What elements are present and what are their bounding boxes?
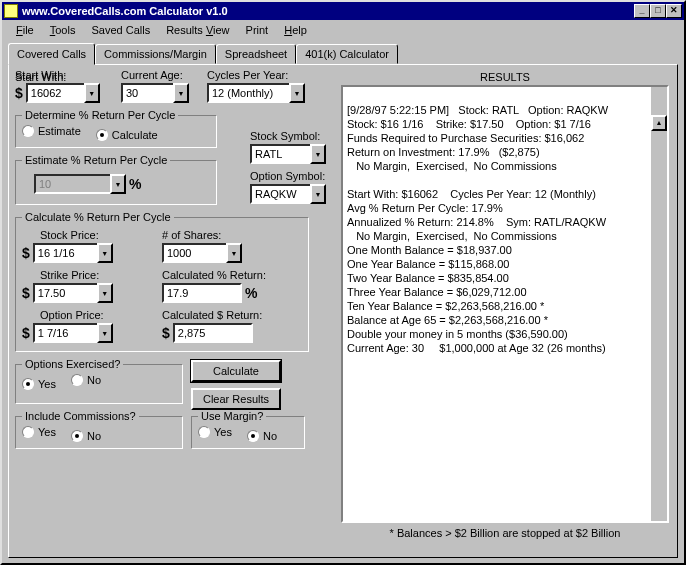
menu-saved-calls[interactable]: Saved Calls — [83, 22, 158, 38]
minimize-button[interactable]: _ — [634, 4, 650, 18]
chevron-down-icon[interactable]: ▼ — [289, 83, 305, 103]
chevron-down-icon[interactable]: ▼ — [310, 184, 326, 204]
commissions-yes-radio[interactable]: Yes — [22, 426, 56, 438]
menu-help[interactable]: Help — [276, 22, 315, 38]
margin-fieldset: Use Margin? Yes No — [191, 410, 305, 449]
shares-select[interactable]: 1000 ▼ — [162, 243, 292, 263]
stock-price-label: Stock Price: — [40, 229, 152, 241]
current-age-label: Current Age: — [121, 69, 201, 81]
calc-pct-label: Calculated % Return: — [162, 269, 302, 281]
option-symbol-select[interactable]: RAQKW ▼ — [250, 184, 326, 204]
option-symbol-label: Option Symbol: — [250, 170, 333, 182]
stock-symbol-select[interactable]: RATL ▼ — [250, 144, 326, 164]
menu-file[interactable]: File — [8, 22, 42, 38]
menu-print[interactable]: Print — [238, 22, 277, 38]
strike-select[interactable]: 17.50 ▼ — [33, 283, 113, 303]
chevron-down-icon[interactable]: ▼ — [310, 144, 326, 164]
titlebar: www.CoveredCalls.com Calculator v1.0 _ □… — [2, 2, 684, 20]
chevron-down-icon[interactable]: ▼ — [97, 243, 113, 263]
exercised-yes-radio[interactable]: Yes — [22, 378, 56, 390]
commissions-no-radio[interactable]: No — [71, 430, 101, 442]
chevron-down-icon[interactable]: ▼ — [110, 174, 126, 194]
estimate-legend: Estimate % Return Per Cycle — [22, 154, 170, 166]
calc-dollar-output: 2,875 — [173, 323, 253, 343]
scrollbar[interactable]: ▲ — [651, 87, 667, 521]
tab-covered-calls[interactable]: Covered Calls — [8, 43, 95, 65]
tab-commissions-margin[interactable]: Commissions/Margin — [95, 44, 216, 64]
calc-pct-output: 17.9 — [162, 283, 242, 303]
footnote: * Balances > $2 Billion are stopped at $… — [341, 527, 669, 539]
strike-label: Strike Price: — [40, 269, 152, 281]
cycles-select[interactable]: 12 (Monthly) ▼ — [207, 83, 317, 103]
calculate-fieldset: Calculate % Return Per Cycle Stock Price… — [15, 211, 309, 352]
app-icon — [4, 4, 18, 18]
start-with-label2: Start With: — [15, 69, 115, 81]
calculate-radio[interactable]: Calculate — [96, 129, 158, 141]
chevron-down-icon[interactable]: ▼ — [173, 83, 189, 103]
calc-dollar-label: Calculated $ Return: — [162, 309, 302, 321]
calculate-legend: Calculate % Return Per Cycle — [22, 211, 174, 223]
stock-price-select[interactable]: 16 1/16 ▼ — [33, 243, 113, 263]
percent-icon: % — [129, 176, 141, 192]
estimate-radio[interactable]: Estimate — [22, 125, 81, 137]
commissions-fieldset: Include Commissions? Yes No — [15, 410, 183, 449]
results-title: RESULTS — [341, 71, 669, 83]
scroll-up-icon[interactable]: ▲ — [651, 115, 667, 131]
chevron-down-icon[interactable]: ▼ — [97, 323, 113, 343]
margin-no-radio[interactable]: No — [247, 430, 277, 442]
determine-fieldset: Determine % Return Per Cycle Estimate Ca… — [15, 109, 217, 148]
option-price-label: Option Price: — [40, 309, 152, 321]
cycles-label: Cycles Per Year: — [207, 69, 317, 81]
window-title: www.CoveredCalls.com Calculator v1.0 — [22, 5, 634, 17]
tab-spreadsheet[interactable]: Spreadsheet — [216, 44, 296, 64]
determine-legend: Determine % Return Per Cycle — [22, 109, 178, 121]
menu-tools[interactable]: Tools — [42, 22, 84, 38]
estimate-pct-select[interactable]: 10 ▼ — [34, 174, 126, 194]
app-window: www.CoveredCalls.com Calculator v1.0 _ □… — [0, 0, 686, 565]
calculate-button[interactable]: Calculate — [191, 360, 281, 382]
chevron-down-icon[interactable]: ▼ — [226, 243, 242, 263]
chevron-down-icon[interactable]: ▼ — [97, 283, 113, 303]
tab-strip: Covered Calls Commissions/Margin Spreads… — [8, 42, 678, 64]
current-age-select[interactable]: 30 ▼ — [121, 83, 201, 103]
tab-401k-calculator[interactable]: 401(k) Calculator — [296, 44, 398, 64]
margin-legend: Use Margin? — [198, 410, 266, 422]
option-price-select[interactable]: 1 7/16 ▼ — [33, 323, 113, 343]
commissions-legend: Include Commissions? — [22, 410, 139, 422]
dollar-icon: $ — [15, 85, 23, 101]
exercised-fieldset: Options Exercised? Yes No — [15, 358, 183, 404]
tab-panel: Start With: Start With: $ 16062 ▼ — [8, 64, 678, 558]
start-with-select[interactable]: 16062 ▼ — [26, 83, 100, 103]
menubar: File Tools Saved Calls Results View Prin… — [2, 20, 684, 40]
chevron-down-icon[interactable]: ▼ — [84, 83, 100, 103]
maximize-button[interactable]: □ — [650, 4, 666, 18]
exercised-legend: Options Exercised? — [22, 358, 123, 370]
close-button[interactable]: ✕ — [666, 4, 682, 18]
exercised-no-radio[interactable]: No — [71, 374, 101, 386]
clear-results-button[interactable]: Clear Results — [191, 388, 281, 410]
results-textarea[interactable]: [9/28/97 5:22:15 PM] Stock: RATL Option:… — [341, 85, 669, 523]
menu-results-view[interactable]: Results View — [158, 22, 237, 38]
margin-yes-radio[interactable]: Yes — [198, 426, 232, 438]
estimate-fieldset: Estimate % Return Per Cycle 10 ▼ % — [15, 154, 217, 205]
shares-label: # of Shares: — [162, 229, 292, 241]
stock-symbol-label: Stock Symbol: — [250, 130, 320, 142]
